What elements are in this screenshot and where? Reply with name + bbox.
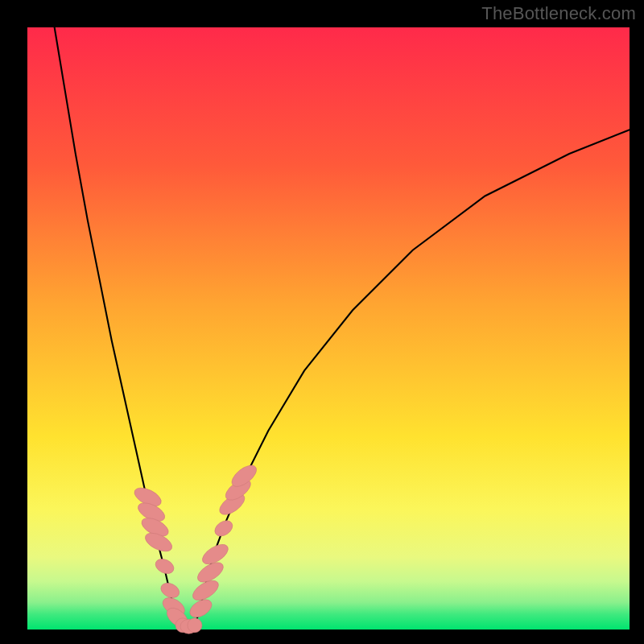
- data-marker: [188, 618, 202, 633]
- chart-overlay: [27, 27, 630, 630]
- data-marker: [153, 556, 176, 576]
- chart-frame: TheBottleneck.com: [0, 0, 644, 644]
- data-marker: [159, 580, 182, 601]
- chart-plot-area: [27, 27, 630, 630]
- curve-right-branch: [195, 130, 630, 626]
- watermark-text: TheBottleneck.com: [481, 3, 636, 24]
- data-marker: [212, 518, 235, 539]
